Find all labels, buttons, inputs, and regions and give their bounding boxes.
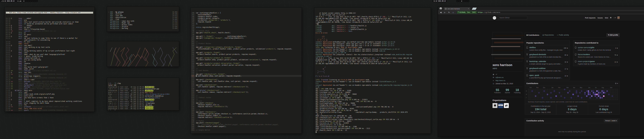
heatmap-cell[interactable] — [588, 89, 589, 90]
heatmap-cell[interactable] — [557, 97, 558, 98]
heatmap-cell[interactable] — [536, 89, 538, 90]
stat-followers[interactable]: 55Followers — [492, 88, 502, 94]
heatmap-cell[interactable] — [535, 95, 536, 97]
heatmap-cell[interactable] — [533, 95, 535, 97]
heatmap-cell[interactable] — [567, 92, 569, 94]
workspace-switcher-2[interactable] — [456, 0, 469, 2]
heatmap-cell[interactable] — [574, 95, 576, 97]
workspace-3[interactable] — [461, 0, 462, 2]
heatmap-cell[interactable] — [547, 92, 548, 94]
heatmap-cell[interactable] — [606, 95, 608, 97]
heatmap-cell[interactable] — [536, 90, 538, 92]
heatmap-cell[interactable] — [538, 95, 540, 97]
heatmap-cell[interactable] — [567, 90, 569, 92]
heatmap-cell[interactable] — [588, 90, 589, 92]
heatmap-cell[interactable] — [593, 95, 594, 97]
heatmap-cell[interactable] — [550, 92, 552, 94]
heatmap-cell[interactable] — [562, 99, 564, 100]
heatmap-cell[interactable] — [566, 89, 567, 90]
heatmap-cell[interactable] — [586, 90, 588, 92]
ascii-art-window[interactable] — [107, 41, 179, 67]
heatmap-cell[interactable] — [530, 89, 531, 90]
heatmap-cell[interactable] — [530, 99, 531, 100]
heatmap-cell[interactable] — [542, 95, 543, 97]
heatmap-cell[interactable] — [598, 92, 599, 94]
browser-toolbar[interactable]: ◀ ▶ ↻ ⌂ GitHub, Inc. [US] https ://githu… — [438, 10, 644, 14]
heatmap-cell[interactable] — [569, 94, 570, 95]
heatmap-cell[interactable] — [550, 95, 552, 97]
heatmap-cell[interactable] — [591, 90, 592, 92]
heatmap-cell[interactable] — [557, 90, 558, 92]
heatmap-cell[interactable] — [576, 97, 577, 98]
notifications-bell-icon[interactable] — [610, 17, 612, 19]
heatmap-cell[interactable] — [590, 99, 591, 100]
heatmap-cell[interactable] — [564, 90, 565, 92]
heatmap-cell[interactable] — [615, 95, 616, 97]
heatmap-cell[interactable] — [540, 97, 542, 98]
heatmap-cell[interactable] — [601, 92, 603, 94]
heatmap-cell[interactable] — [545, 94, 546, 95]
heatmap-cell[interactable] — [547, 95, 548, 97]
heatmap-cell[interactable] — [535, 99, 536, 100]
heatmap-cell[interactable] — [538, 99, 540, 100]
heatmap-cell[interactable] — [615, 89, 616, 90]
heatmap-cell[interactable] — [613, 97, 615, 98]
home-button[interactable]: ⌂ — [452, 11, 454, 14]
heatmap-cell[interactable] — [610, 94, 611, 95]
heatmap-cell[interactable] — [570, 89, 572, 90]
heatmap-cell[interactable] — [601, 95, 603, 97]
heatmap-cell[interactable] — [533, 92, 535, 94]
playlist-track[interactable]: Phlogiston > Cyber-Axe Café[2:51] — [108, 20, 178, 22]
heatmap-cell[interactable] — [581, 95, 582, 97]
tab-contributions[interactable]: ⊞ Contributions — [525, 32, 541, 38]
heatmap-cell[interactable] — [528, 97, 530, 98]
heatmap-cell[interactable] — [556, 92, 557, 94]
heatmap-cell[interactable] — [613, 92, 615, 94]
heatmap-cell[interactable] — [569, 92, 570, 94]
heatmap-cell[interactable] — [578, 92, 579, 94]
heatmap-cell[interactable] — [560, 94, 562, 95]
heatmap-cell[interactable] — [610, 92, 611, 94]
nav-link-pull-requests[interactable]: Pull requests — [585, 17, 596, 19]
code-buffer[interactable]: 86var rootCategoryHandlers = [87 setCach… — [191, 12, 302, 131]
heatmap-cell[interactable] — [566, 94, 567, 95]
heatmap-cell[interactable] — [532, 95, 533, 97]
heatmap-cell[interactable] — [586, 89, 588, 90]
heatmap-cell[interactable] — [557, 89, 558, 90]
heatmap-cell[interactable] — [550, 99, 552, 100]
heatmap-cell[interactable] — [538, 92, 540, 94]
heatmap-cell[interactable] — [591, 92, 592, 94]
heatmap-cell[interactable] — [579, 89, 581, 90]
create-new-icon[interactable]: ＋▾ — [613, 16, 616, 19]
heatmap-cell[interactable] — [566, 90, 567, 92]
reload-button[interactable]: ↻ — [448, 11, 450, 14]
heatmap-cell[interactable] — [598, 95, 599, 97]
heatmap-cell[interactable] — [572, 92, 574, 94]
heatmap-cell[interactable] — [544, 89, 545, 90]
heatmap-cell[interactable] — [593, 94, 594, 95]
heatmap-cell[interactable] — [545, 97, 546, 98]
heatmap-cell[interactable] — [606, 89, 608, 90]
new-tab-button[interactable] — [472, 8, 477, 10]
heatmap-cell[interactable] — [610, 89, 611, 90]
heatmap-cell[interactable] — [572, 99, 574, 100]
workspace-5[interactable] — [465, 0, 467, 2]
heatmap-cell[interactable] — [594, 94, 596, 95]
heatmap-cell[interactable] — [600, 94, 601, 95]
heatmap-cell[interactable] — [530, 90, 531, 92]
workspace-4[interactable] — [30, 0, 31, 2]
heatmap-cell[interactable] — [570, 92, 572, 94]
heatmap-cell[interactable] — [610, 90, 611, 92]
heatmap-cell[interactable] — [617, 97, 618, 98]
heatmap-cell[interactable] — [566, 92, 567, 94]
heatmap-cell[interactable] — [544, 97, 545, 98]
heatmap-cell[interactable] — [567, 94, 569, 95]
heatmap-cell[interactable] — [535, 89, 536, 90]
heatmap-cell[interactable] — [562, 95, 564, 97]
heatmap-cell[interactable] — [530, 94, 531, 95]
heatmap-cell[interactable] — [596, 94, 598, 95]
heatmap-cell[interactable] — [584, 99, 586, 100]
heatmap-cell[interactable] — [612, 89, 613, 90]
heatmap-cell[interactable] — [540, 89, 542, 90]
heatmap-cell[interactable] — [536, 92, 538, 94]
